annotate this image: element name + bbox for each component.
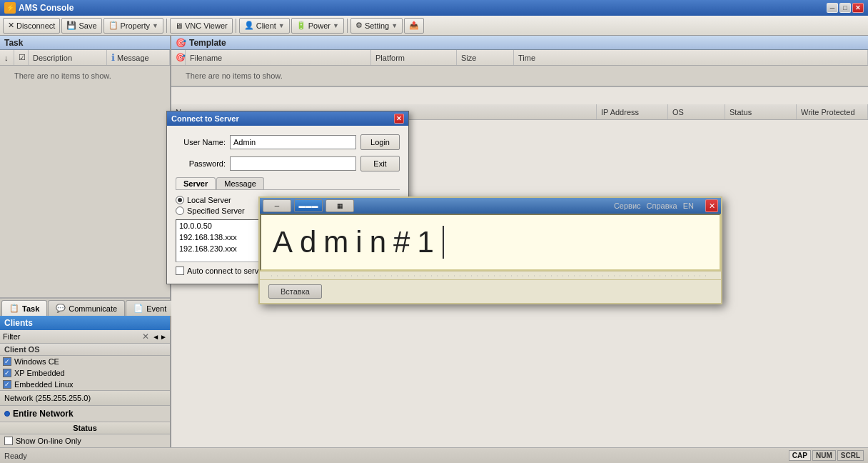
toolbar: ✕ Disconnect 💾 Save 📋 Property ▼ 🖥 VNC V… [0,16,868,36]
template-section-icon: 🎯 [176,38,186,48]
tab-server[interactable]: Server [176,177,216,189]
kb-btn-grid[interactable]: ▦ [326,199,354,212]
kb-lang-label[interactable]: EN [683,201,694,210]
check-col: ☑ [14,50,29,65]
xp-embedded-checkbox[interactable]: ✓ [3,369,11,377]
task-section-header: Task [0,36,170,50]
embedded-linux-checkbox[interactable]: ✓ [3,380,11,389]
task-table-header: ↓ ☑ Description ℹ Message [0,50,170,66]
password-label: Password: [176,159,226,168]
extra-icon: 📤 [409,21,419,30]
task-empty-message: There are no items to show. [0,66,170,86]
disconnect-button[interactable]: ✕ Disconnect [3,18,60,34]
status-header: Status [0,422,170,434]
specified-server-radio-button[interactable] [176,206,184,215]
left-column: Task ↓ ☑ Description ℹ Message There are… [0,36,171,447]
clients-tabs-spacer [171,87,868,104]
property-icon: 📋 [108,21,118,30]
network-dot-icon [4,411,10,417]
time-col-header: Time [514,50,868,65]
clients-col-write: Write Protected [797,104,868,119]
sort-col: ↓ [0,50,14,65]
os-item-windows-ce[interactable]: ✓ Windows CE [0,356,170,367]
login-button[interactable]: Login [360,134,400,150]
power-button[interactable]: 🔋 Power ▼ [291,18,344,34]
arrow-right-icon[interactable]: ► [160,333,167,341]
close-button[interactable]: ✕ [852,3,864,13]
save-icon: 💾 [66,21,76,30]
kb-help-label[interactable]: Справка [647,201,677,210]
exit-button[interactable]: Exit [360,156,400,171]
connect-dialog-title-bar: Connect to Server ✕ [167,111,408,126]
sep3 [347,19,348,33]
minimize-button[interactable]: ─ [827,3,838,13]
kb-text-area[interactable]: Admin#1 [260,214,721,271]
show-online-row: Show On-line Only [0,434,170,447]
vnc-viewer-button[interactable]: 🖥 VNC Viewer [170,18,233,34]
tab-communicate[interactable]: 💬 Communicate [48,300,125,316]
setting-button[interactable]: ⚙ Setting ▼ [350,18,403,34]
platform-col-header: Platform [371,50,457,65]
auto-connect-checkbox[interactable] [176,267,184,275]
bottom-tabs-container: 📋 Task 💬 Communicate 📄 Event Clients [0,297,170,447]
app-icon: ⚡ [4,2,16,14]
entire-network-item[interactable]: Entire Network [0,406,170,422]
desc-col-header: Description [29,50,107,65]
arrow-left-icon[interactable]: ◄ [152,333,159,341]
setting-arrow: ▼ [391,22,398,29]
tab-event[interactable]: 📄 Event [126,300,174,316]
os-item-xp-embedded[interactable]: ✓ XP Embedded [0,367,170,379]
title-bar: ⚡ AMS Console ─ □ ✕ [0,0,868,16]
restore-button[interactable]: □ [839,3,851,13]
kb-typed-text: Admin#1 [273,225,441,259]
password-input[interactable] [230,156,356,171]
kb-service-label[interactable]: Сервис [614,201,641,210]
vnc-icon: 🖥 [175,21,183,30]
template-col-icon: 🎯 [176,53,186,62]
connect-dialog-tabs: Server Message [176,177,400,190]
save-button[interactable]: 💾 Save [61,18,101,34]
os-item-embedded-linux[interactable]: ✓ Embedded Linux [0,379,170,390]
status-text: Ready [4,452,789,460]
client-button[interactable]: 👤 Client ▼ [239,18,290,34]
property-button[interactable]: 📋 Property ▼ [104,18,164,34]
kb-close-button[interactable]: ✕ [705,199,718,212]
kb-bottom-bar: Вставка [260,279,721,303]
window-controls: ─ □ ✕ [827,3,864,13]
num-key: NUM [812,450,836,461]
kb-ruler-line [271,275,710,277]
status-bar: Ready CAP NUM SCRL [0,447,868,463]
tab-message[interactable]: Message [216,177,264,189]
kb-btn-active[interactable]: ▬▬▬ [294,199,323,212]
username-input[interactable] [230,135,356,149]
msg-col-header: ℹ Message [107,50,170,65]
kb-btn-minimize[interactable]: ─ [263,199,291,212]
info-icon: ℹ [111,52,115,63]
kb-service-menu: Сервис Справка EN [614,201,694,210]
client-arrow: ▼ [278,22,285,29]
task-tab-icon: 📋 [9,304,19,313]
connect-dialog-close-button[interactable]: ✕ [394,114,404,124]
setting-icon: ⚙ [355,21,363,30]
tab-task[interactable]: 📋 Task [1,300,47,316]
clients-col-ip: IP Address [597,104,668,119]
show-online-checkbox[interactable] [4,437,13,445]
username-label: User Name: [176,138,226,146]
filter-clear-icon[interactable]: ✕ [142,332,149,342]
template-section-header: 🎯 Template [171,36,868,50]
extra-button[interactable]: 📤 [404,18,424,34]
template-empty-message: There are no items to show. [171,66,868,86]
property-arrow: ▼ [152,22,158,29]
windows-ce-label: Windows CE [14,357,59,366]
windows-ce-checkbox[interactable]: ✓ [3,357,11,366]
local-server-radio-button[interactable] [176,196,184,204]
kb-insert-button[interactable]: Вставка [268,284,322,299]
filename-col-header: Filename [186,50,371,65]
power-icon: 🔋 [296,21,306,30]
password-row: Password: Exit [176,156,400,171]
connect-dialog-title: Connect to Server [171,114,394,123]
communicate-tab-icon: 💬 [56,304,66,313]
client-os-col-header: Client OS [0,344,170,356]
kb-cursor [443,226,444,259]
sep2 [236,19,236,33]
